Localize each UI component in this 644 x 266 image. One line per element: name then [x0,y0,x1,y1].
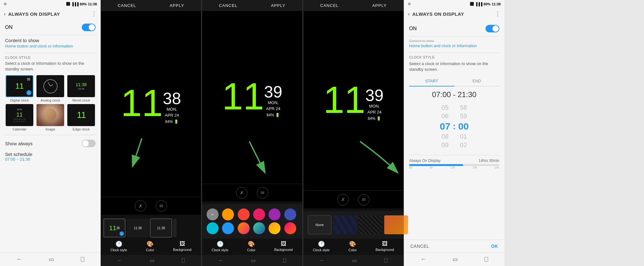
bg-pattern[interactable] [359,215,382,234]
cancel-btn-3[interactable]: CANCEL [320,3,339,8]
clock-thumb-world[interactable]: 11:38 03:38 [67,75,95,97]
color-orange[interactable] [222,208,234,220]
status-bar-right-info: 🅱 ▐▐▐ 80% 11:38 [66,2,97,6]
bluetooth-icon: 🅱 [66,2,70,6]
clock-thumb-analog[interactable] [36,75,64,97]
color-teal[interactable] [207,222,219,234]
on-toggle-right[interactable] [486,25,499,32]
minute-59: 59 [460,113,467,120]
nav-back-3[interactable]: ← [320,258,325,263]
toolbar-item-clockstyle-3[interactable]: 🕐 Clock style [313,241,330,252]
color-gradient-1[interactable] [238,222,250,234]
nav-home-3[interactable]: ▭ [352,258,357,263]
toolbar-item-color-1[interactable]: 🎨 Color [146,241,154,252]
style-thumb-2[interactable]: 11:38 [127,219,149,237]
style-thumb-4[interactable] [173,219,176,237]
clock-thumb-edge[interactable]: 11 [67,104,95,126]
toolbar-item-clockstyle-1[interactable]: 🕐 Clock style [110,241,127,252]
toolbar-item-clockstyle-2[interactable]: 🕐 Clock style [212,241,228,252]
clock-label-edge: Edge clock [73,127,90,131]
hour-07-selected[interactable]: 07 [440,121,450,132]
color-purple[interactable] [269,208,280,220]
color-blue-dark[interactable] [284,208,296,220]
color-pink[interactable] [253,208,265,220]
home-nav-icon[interactable]: ▭ [49,256,54,263]
progress-bar [409,164,499,166]
set-schedule-section[interactable]: Set schedule 07:00 ~ 21:30 [5,152,96,162]
toolbar-item-color-2[interactable]: 🎨 Color [247,241,255,252]
color-red[interactable] [238,208,250,220]
more-icon-left[interactable]: ⋮ [91,10,97,17]
clock-thumb-image[interactable] [36,104,64,126]
color-gradient-4[interactable] [284,222,296,234]
toolbar-item-background-2[interactable]: 🖼 Background [274,241,293,252]
cancel-btn-2[interactable]: CANCEL [219,3,237,8]
back-nav-right[interactable]: ← [420,256,426,263]
clock-item-calendar[interactable]: APR 11 SMTWTFS 1234567 Calendar [5,104,34,131]
toolbar-item-background-3[interactable]: 🖼 Background [375,241,394,252]
divider-right-2 [409,53,499,53]
hour-09: 09 [441,141,448,149]
clock-item-image[interactable]: Image [36,104,65,131]
recent-nav-icon[interactable]: ⎕ [81,256,84,263]
minute-00-selected[interactable]: 00 [458,121,469,132]
phone-reject-icon-3: ✗ [337,194,349,205]
color-gray[interactable]: ✓ [207,208,219,220]
hour-06: 06 [441,113,448,120]
cancel-apply-bar-1: CANCEL APPLY [101,0,201,11]
nav-home-1[interactable]: ▭ [150,258,154,263]
show-always-toggle[interactable] [82,140,96,147]
back-nav-icon[interactable]: ← [16,256,22,263]
apply-btn-3[interactable]: APPLY [372,3,387,8]
big-hour-2: 11 [222,77,264,115]
toolbar-item-background-1[interactable]: 🖼 Background [173,241,192,252]
bg-none[interactable]: None [308,215,331,234]
clock-item-analog[interactable]: Analog clock [36,75,65,102]
phone-screen-3: CANCEL APPLY 11 39 MON, APR 24 84% 🔋 [303,0,404,266]
nav-recent-2[interactable]: ⎕ [283,258,286,263]
nav-home-2[interactable]: ▭ [251,258,256,263]
apply-btn-1[interactable]: APPLY [170,3,184,8]
recent-nav-right[interactable]: ⎕ [485,256,488,263]
clock-item-edge[interactable]: 11 Edge clock [67,104,96,131]
always-on-label: Always On Display [409,158,441,163]
color-label-2: Color [247,248,255,252]
color-blue[interactable] [222,222,234,234]
color-gradient-2[interactable] [253,222,265,234]
clock-item-world[interactable]: 11:38 03:38 World clock [67,75,96,102]
tab-end[interactable]: END [454,76,500,86]
more-icon-right[interactable]: ⋮ [495,10,501,17]
cancel-btn-1[interactable]: CANCEL [118,3,136,8]
style-thumb-digital-1[interactable]: 11 38 ✓ [103,219,125,237]
cancel-btn-right[interactable]: CANCEL [410,244,429,249]
analog-face [43,79,58,93]
tab-start[interactable]: START [409,76,454,86]
home-nav-right[interactable]: ▭ [452,256,458,263]
clock-item-digital[interactable]: 11 38 ✓ Digital clock [5,75,34,102]
back-icon-right[interactable]: ‹ [408,11,410,17]
color-gradient-3[interactable] [269,222,280,234]
phone-nav-2: ← ▭ ⎕ [202,255,302,266]
color-grid: ✓ [205,207,300,236]
ok-btn-right[interactable]: OK [491,244,498,249]
content-link[interactable]: Home button and clock or information [5,44,96,48]
nav-back-2[interactable]: ← [219,258,224,263]
phone-nav-1: ← ▭ ⎕ [101,255,201,266]
on-toggle[interactable] [82,24,96,31]
clock-label-image: Image [46,127,55,131]
bg-orange[interactable] [384,215,408,234]
bg-hex[interactable] [333,215,357,234]
big-minute-area-2: 39 MON, APR 24 84% 🔋 [264,77,282,117]
apply-btn-2[interactable]: APPLY [271,3,286,8]
nav-recent-1[interactable]: ⎕ [182,258,185,263]
clock-thumb-calendar[interactable]: APR 11 SMTWTFS 1234567 [6,104,33,126]
back-icon-left[interactable]: ‹ [4,11,6,17]
style-thumb-3[interactable]: 11 38 [150,219,172,237]
big-clock-1: 11 38 MON, APR 24 84% 🔋 [121,84,181,124]
nav-back-1[interactable]: ← [117,258,122,263]
nav-recent-3[interactable]: ⎕ [384,258,387,263]
content-link-right[interactable]: Home button and clock or information [409,43,499,48]
toolbar-item-color-3[interactable]: 🎨 Color [348,241,357,252]
background-label-3: Background [375,248,394,252]
clock-thumb-digital[interactable]: 11 38 ✓ [6,75,33,97]
